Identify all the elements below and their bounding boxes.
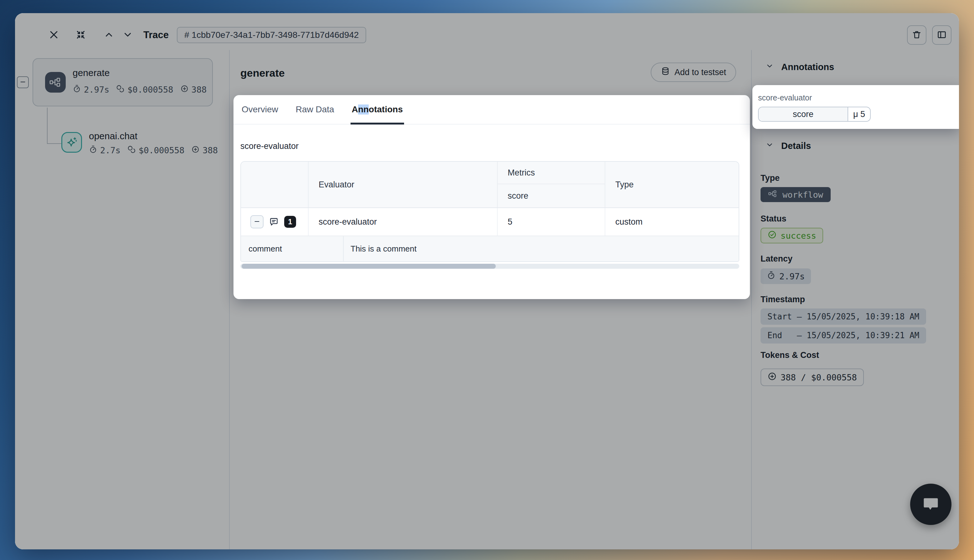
tab-bar: Overview Raw Data Annotations (233, 95, 750, 125)
trace-drawer-window: Trace # 1cbb70e7-34a1-7bb7-3498-771b7d46… (15, 13, 959, 549)
comment-count-badge: 1 (284, 216, 296, 228)
annotations-tab-content: score-evaluator Evaluator Metrics score … (233, 125, 750, 269)
table-header-metrics: Metrics score (498, 162, 605, 207)
annotation-score-popup: score-evaluator score μ 5 (752, 85, 959, 129)
minus-icon (254, 218, 260, 226)
score-input[interactable]: score μ 5 (758, 107, 871, 122)
row-collapse-button[interactable] (250, 215, 264, 228)
table-header-evaluator: Evaluator (309, 162, 498, 207)
metric-score-header-label: score (498, 184, 605, 207)
table-header-controls (241, 162, 309, 207)
table-row[interactable]: 1 score-evaluator 5 custom (241, 208, 739, 236)
annotations-card: Overview Raw Data Annotations score-eval… (233, 95, 750, 299)
comment-row: comment This is a comment (241, 236, 739, 261)
annotation-evaluator-label: score-evaluator (758, 93, 953, 102)
comment-value: This is a comment (344, 236, 739, 261)
comment-icon[interactable] (269, 217, 279, 227)
tab-label-part: otations (369, 105, 403, 115)
score-metric-name: score (759, 107, 848, 121)
tab-raw-data[interactable]: Raw Data (295, 95, 335, 124)
comment-label: comment (241, 236, 344, 261)
metrics-header-label: Metrics (498, 162, 605, 184)
row-type-cell: custom (605, 208, 739, 235)
tab-annotations[interactable]: Annotations (350, 95, 404, 124)
row-evaluator-cell: score-evaluator (309, 208, 498, 235)
table-header-row: Evaluator Metrics score Type (241, 162, 739, 208)
tab-label-selected-part: nn (358, 105, 369, 115)
table-header-type: Type (605, 162, 739, 207)
tab-overview[interactable]: Overview (240, 95, 280, 124)
evaluator-section-title: score-evaluator (240, 142, 741, 151)
row-score-cell: 5 (498, 208, 605, 235)
score-metric-value: μ 5 (848, 107, 870, 121)
annotations-table: Evaluator Metrics score Type (240, 161, 739, 262)
tab-label-part: A (352, 105, 358, 115)
table-horizontal-scrollbar[interactable] (240, 264, 739, 269)
scrollbar-thumb[interactable] (242, 264, 496, 269)
page-background: { "topbar": { "title": "Trace", "trace_i… (0, 0, 974, 560)
row-controls-cell: 1 (241, 208, 309, 235)
